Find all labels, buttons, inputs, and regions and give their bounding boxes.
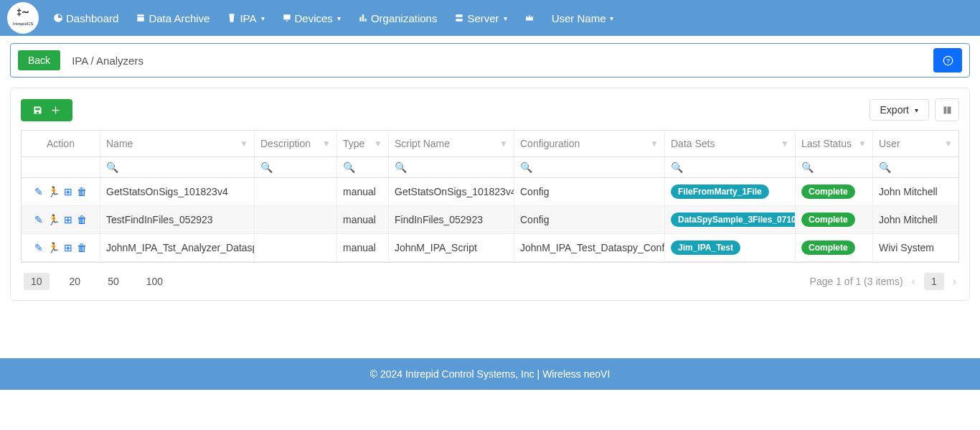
filter-cell[interactable]: 🔍	[796, 157, 873, 177]
search-icon[interactable]: 🔍	[671, 162, 683, 173]
filter-icon[interactable]: ▼	[322, 139, 331, 149]
search-icon[interactable]: 🔍	[520, 162, 532, 173]
save-add-button[interactable]	[21, 99, 72, 121]
edit-icon[interactable]: ✎	[34, 214, 43, 225]
col-header-scriptname[interactable]: Script Name▼	[389, 131, 514, 156]
col-header-description[interactable]: Description▼	[255, 131, 337, 156]
nav-label: IPA	[240, 12, 256, 24]
caret-down-icon: ▾	[261, 14, 265, 22]
brand-logo[interactable]: ‡∼IntrepidCS	[7, 2, 39, 34]
nav-username[interactable]: User Name▾	[552, 12, 614, 24]
filter-cell[interactable]: 🔍	[255, 157, 337, 177]
page-size-option[interactable]: 20	[62, 273, 88, 290]
filter-icon[interactable]: ▼	[858, 139, 867, 149]
nav-data-archive[interactable]: Data Archive	[136, 12, 209, 24]
dataset-pill[interactable]: DataSpySample_3Files_071023	[671, 212, 796, 227]
cell-configuration: Config	[514, 206, 665, 233]
filter-cell[interactable]: 🔍	[389, 157, 514, 177]
cell-action: ✎ 🏃 ⊞ 🗑	[22, 234, 100, 261]
col-header-name[interactable]: Name▼	[100, 131, 255, 156]
cell-configuration: Config	[514, 178, 665, 205]
cell-description	[255, 234, 337, 261]
filter-icon[interactable]: ▼	[781, 139, 789, 149]
col-header-configuration[interactable]: Configuration▼	[514, 131, 665, 156]
nav-ipa[interactable]: IPA▾	[227, 12, 264, 24]
col-header-type[interactable]: Type▼	[337, 131, 389, 156]
nav-crown[interactable]	[524, 13, 534, 23]
filter-icon[interactable]: ▼	[240, 139, 248, 149]
nav-devices[interactable]: Devices▾	[282, 12, 341, 24]
pager-prev[interactable]: ‹	[912, 275, 915, 288]
page-size-option[interactable]: 100	[139, 273, 170, 290]
search-icon[interactable]: 🔍	[395, 162, 407, 173]
filter-cell[interactable]: 🔍	[100, 157, 255, 177]
save-icon	[32, 105, 43, 116]
nav-organizations[interactable]: Organizations	[358, 12, 438, 24]
cell-configuration: JohnM_IPA_Test_Dataspy_Config	[514, 234, 665, 261]
nav-label: User Name	[552, 12, 606, 24]
delete-icon[interactable]: 🗑	[77, 214, 87, 225]
run-icon[interactable]: 🏃	[47, 186, 60, 197]
cell-type: manual	[337, 178, 389, 205]
dataset-pill[interactable]: Jim_IPA_Test	[671, 240, 740, 255]
caret-down-icon: ▾	[504, 14, 507, 22]
search-icon[interactable]: 🔍	[879, 162, 891, 173]
nav-label: Devices	[295, 12, 333, 24]
cell-user: John Mitchell	[873, 178, 958, 205]
cell-type: manual	[337, 206, 389, 233]
cell-laststatus: Complete	[796, 234, 873, 261]
delete-icon[interactable]: 🗑	[77, 186, 87, 197]
nav-dashboard[interactable]: Dashboard	[53, 12, 118, 24]
edit-icon[interactable]: ✎	[34, 242, 43, 253]
page-size-option[interactable]: 10	[24, 273, 50, 290]
col-header-datasets[interactable]: Data Sets▼	[665, 131, 796, 156]
column-chooser-button[interactable]	[935, 98, 959, 121]
col-header-user[interactable]: User▼	[873, 131, 958, 156]
filter-icon[interactable]: ▼	[374, 139, 382, 149]
cell-name: JohnM_IPA_Tst_Analyzer_Dataspy	[100, 234, 255, 261]
filter-cell	[22, 157, 100, 177]
analyzers-card: Export ▾ Action Name▼ Description▼ Type▼…	[10, 88, 970, 301]
breadcrumb-item[interactable]: Analyzers	[96, 55, 143, 67]
back-button[interactable]: Back	[18, 50, 60, 70]
col-header-action[interactable]: Action	[22, 131, 100, 156]
page-size-option[interactable]: 50	[100, 273, 126, 290]
nav-server[interactable]: Server▾	[454, 12, 507, 24]
export-label: Export	[880, 104, 909, 116]
top-navbar: ‡∼IntrepidCS Dashboard Data Archive IPA▾…	[0, 0, 980, 36]
search-icon[interactable]: 🔍	[801, 162, 814, 173]
cell-datasets: FileFromMarty_1File	[665, 178, 796, 205]
grid-pager: 102050100 Page 1 of 1 (3 items) ‹ 1 ›	[21, 273, 959, 290]
search-icon[interactable]: 🔍	[343, 162, 355, 173]
grid-icon[interactable]: ⊞	[64, 242, 72, 253]
filter-icon[interactable]: ▼	[499, 139, 508, 149]
filter-cell[interactable]: 🔍	[514, 157, 665, 177]
grid-icon[interactable]: ⊞	[64, 186, 72, 197]
table-row: ✎ 🏃 ⊞ 🗑 JohnM_IPA_Tst_Analyzer_Dataspy m…	[22, 234, 958, 262]
search-icon[interactable]: 🔍	[106, 162, 118, 173]
pager-current-page[interactable]: 1	[924, 273, 944, 290]
delete-icon[interactable]: 🗑	[77, 242, 87, 253]
filter-icon[interactable]: ▼	[944, 139, 953, 149]
filter-cell[interactable]: 🔍	[665, 157, 796, 177]
edit-icon[interactable]: ✎	[34, 186, 43, 197]
cell-name: TestFindInFiles_052923	[100, 206, 255, 233]
svg-text:?: ?	[946, 57, 950, 64]
breadcrumb-item[interactable]: IPA	[72, 55, 88, 67]
run-icon[interactable]: 🏃	[47, 242, 60, 253]
search-icon[interactable]: 🔍	[260, 162, 273, 173]
dataset-pill[interactable]: FileFromMarty_1File	[671, 184, 769, 199]
filter-cell[interactable]: 🔍	[873, 157, 958, 177]
help-button[interactable]: ?	[933, 48, 962, 73]
filter-cell[interactable]: 🔍	[337, 157, 389, 177]
filter-icon[interactable]: ▼	[650, 139, 659, 149]
cell-datasets: Jim_IPA_Test	[665, 234, 796, 261]
grid-icon[interactable]: ⊞	[64, 214, 72, 225]
help-icon: ?	[943, 55, 953, 66]
export-button[interactable]: Export ▾	[870, 99, 929, 121]
run-icon[interactable]: 🏃	[47, 214, 60, 225]
col-header-laststatus[interactable]: Last Status▼	[796, 131, 873, 156]
footer-text: 2024 Intrepid Control Systems, Inc | Wir…	[380, 368, 610, 380]
analyzers-grid: Action Name▼ Description▼ Type▼ Script N…	[21, 130, 959, 263]
pager-next[interactable]: ›	[953, 275, 956, 288]
